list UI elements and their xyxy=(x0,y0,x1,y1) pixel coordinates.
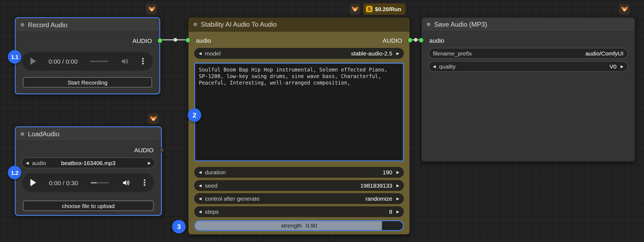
audio-output-label: AUDIO xyxy=(383,37,402,44)
widget-control-after-generate[interactable]: ◀ control after generate randomize ▶ xyxy=(194,193,404,204)
widget-value: randomize xyxy=(365,195,392,202)
node-load-audio[interactable]: LoadAudio AUDIO ◀ audio beatbox-163406.m… xyxy=(15,126,162,216)
collapse-dot[interactable] xyxy=(20,132,24,136)
fox-badge-icon xyxy=(146,4,157,14)
widget-model[interactable]: ◀ model stable-audio-2.5 ▶ xyxy=(194,48,404,59)
fox-badge-icon xyxy=(148,113,158,124)
collapse-dot[interactable] xyxy=(427,23,431,26)
widget-label: steps xyxy=(205,209,219,215)
volume-icon[interactable] xyxy=(121,57,129,66)
player-time: 0:00 / 0:00 xyxy=(48,58,78,65)
audio-output-port[interactable] xyxy=(408,38,412,43)
price-label: $0.20/Run xyxy=(375,6,401,12)
widget-value: beatbox-163406.mp3 xyxy=(22,160,155,166)
arrow-left-icon[interactable]: ◀ xyxy=(199,197,201,201)
arrow-left-icon[interactable]: ◀ xyxy=(199,51,201,55)
collapse-dot[interactable] xyxy=(20,23,24,27)
seek-bar[interactable] xyxy=(90,61,108,62)
audio-input-label: audio xyxy=(429,37,444,44)
player-time: 0:00 / 0:30 xyxy=(49,179,78,186)
seek-bar[interactable] xyxy=(91,182,109,183)
node-save-audio-mp3[interactable]: Save Audio (MP3) audio filename_prefix a… xyxy=(421,17,635,162)
strength-slider[interactable]: strength 0.90 xyxy=(194,220,404,231)
arrow-left-icon[interactable]: ◀ xyxy=(433,65,436,69)
node-title-bar[interactable]: Stability AI Audio To Audio xyxy=(189,18,410,32)
annotation-badge-1-2: 1.2 xyxy=(8,166,22,179)
annotation-badge-1-1: 1.1 xyxy=(8,50,22,64)
node-title: Record Audio xyxy=(28,21,68,29)
node-canvas[interactable]: $ $0.20/Run Record Audio AUDIO 0:00 / 0:… xyxy=(0,0,644,242)
fox-badge-icon xyxy=(619,4,630,14)
audio-input-label: audio xyxy=(196,37,211,44)
widget-seed[interactable]: ◀ seed 1981839133 ▶ xyxy=(194,180,404,191)
widget-quality[interactable]: ◀ quality V0 ▶ xyxy=(428,61,628,72)
run-price-badge: $ $0.20/Run xyxy=(363,3,405,15)
widget-label: duration xyxy=(205,169,226,176)
node-title: Save Audio (MP3) xyxy=(434,21,487,28)
arrow-right-icon[interactable]: ▶ xyxy=(396,51,399,55)
arrow-right-icon[interactable]: ▶ xyxy=(396,197,399,201)
arrow-right-icon[interactable]: ▶ xyxy=(396,170,399,174)
widget-label: quality xyxy=(439,63,456,70)
node-title-bar[interactable]: Record Audio xyxy=(16,18,159,32)
kebab-menu-icon[interactable] xyxy=(143,179,146,187)
annotation-badge-2: 2 xyxy=(188,108,201,122)
node-title: LoadAudio xyxy=(28,130,59,138)
node-title: Stability AI Audio To Audio xyxy=(201,21,277,28)
audio-output-port[interactable] xyxy=(159,147,164,152)
widget-label: seed xyxy=(205,182,217,189)
widget-filename-prefix[interactable]: filename_prefix audio/ComfyUI xyxy=(428,48,628,59)
node-title-bar[interactable]: LoadAudio xyxy=(16,127,161,141)
widget-label: filename_prefix xyxy=(433,50,472,57)
widget-duration[interactable]: ◀ duration 190 ▶ xyxy=(194,167,404,178)
volume-icon[interactable] xyxy=(122,178,130,187)
audio-player[interactable]: 0:00 / 0:30 xyxy=(22,173,154,192)
widget-label: control after generate xyxy=(205,195,260,202)
widget-value: audio/ComfyUI xyxy=(585,50,624,57)
slider-value: 0.90 xyxy=(306,222,317,229)
play-icon[interactable] xyxy=(30,57,36,65)
arrow-right-icon[interactable]: ▶ xyxy=(396,210,399,214)
audio-input-port[interactable] xyxy=(186,38,190,43)
dollar-icon: $ xyxy=(366,6,372,12)
arrow-left-icon[interactable]: ◀ xyxy=(199,184,201,187)
widget-value: 1981839133 xyxy=(360,182,392,189)
audio-player[interactable]: 0:00 / 0:00 xyxy=(22,52,153,70)
audio-output-port[interactable] xyxy=(158,38,162,43)
widget-audio-file[interactable]: ◀ audio beatbox-163406.mp3 ▶ xyxy=(21,157,155,168)
audio-input-port[interactable] xyxy=(419,38,424,43)
play-icon[interactable] xyxy=(30,179,36,186)
widget-steps[interactable]: ◀ steps 8 ▶ xyxy=(194,206,404,217)
arrow-right-icon[interactable]: ▶ xyxy=(621,65,623,69)
fox-badge-icon xyxy=(349,4,360,14)
audio-output-label: AUDIO xyxy=(133,37,152,44)
collapse-dot[interactable] xyxy=(194,23,197,26)
widget-value: 8 xyxy=(389,209,392,215)
widget-label: model xyxy=(205,50,221,57)
widget-value: 190 xyxy=(383,169,392,176)
slider-label: strength xyxy=(281,222,302,229)
start-recording-button[interactable]: Start Recording xyxy=(23,77,152,88)
widget-value: stable-audio-2.5 xyxy=(351,50,392,57)
arrow-left-icon[interactable]: ◀ xyxy=(199,210,201,214)
node-title-bar[interactable]: Save Audio (MP3) xyxy=(422,18,635,32)
node-stability-audio-to-audio[interactable]: Stability AI Audio To Audio audio AUDIO … xyxy=(188,17,410,235)
arrow-right-icon[interactable]: ▶ xyxy=(396,184,399,187)
kebab-menu-icon[interactable] xyxy=(142,57,145,65)
choose-file-button[interactable]: choose file to upload xyxy=(23,201,154,211)
node-record-audio[interactable]: Record Audio AUDIO 0:00 / 0:00 Start Rec… xyxy=(15,17,160,94)
prompt-textarea[interactable]: Soulful Boom Bap Hip Hop instrumental, S… xyxy=(194,63,404,161)
annotation-badge-3: 3 xyxy=(172,220,186,234)
arrow-left-icon[interactable]: ◀ xyxy=(199,170,201,174)
widget-value: V0 xyxy=(609,63,617,70)
audio-output-label: AUDIO xyxy=(134,146,154,153)
